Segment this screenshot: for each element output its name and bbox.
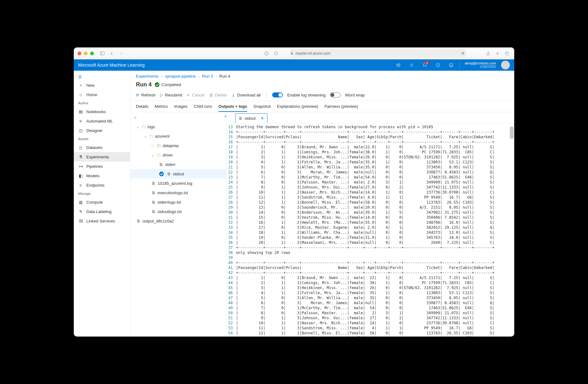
- tree-file-azureml-log[interactable]: 🗎10185_azureml.log: [130, 178, 226, 188]
- sidebar-toggle-icon[interactable]: [99, 50, 106, 57]
- crumb-run3[interactable]: Run 3: [202, 74, 213, 79]
- tab-details[interactable]: Details: [136, 104, 148, 112]
- close-tab-icon[interactable]: ✕: [261, 116, 264, 121]
- log-line: | 7| 0| 1|McCarthy, Mr. Tim...| male| 54…: [236, 305, 511, 310]
- log-line: +-----------+--------+------+-----------…: [236, 260, 511, 265]
- notifications-icon[interactable]: 3: [420, 60, 430, 70]
- shield-icon[interactable]: [272, 50, 279, 57]
- word-wrap-toggle[interactable]: [330, 92, 341, 97]
- line-number: 53: [228, 326, 233, 331]
- search-icon[interactable]: ⌕: [130, 112, 226, 122]
- log-line: | 10| 1| 2|Nasser, Mrs. Nich...|female| …: [236, 321, 511, 326]
- tree-file-output[interactable]: 🗎output_d8c1c0a2: [130, 216, 226, 226]
- svg-point-2: [265, 52, 268, 55]
- hamburger-icon[interactable]: ☰: [74, 73, 130, 80]
- tab-child-runs[interactable]: Child runs: [194, 104, 212, 112]
- log-line: | 8| 0| 3|Palsson, Master. ...| male| 2|…: [236, 310, 511, 315]
- cancel-icon: ✕: [186, 93, 190, 97]
- tabs-icon[interactable]: [504, 50, 510, 57]
- log-content[interactable]: Starting the daemon thread to refresh to…: [236, 123, 514, 337]
- sidebar-item-new[interactable]: ＋New: [74, 80, 130, 90]
- line-number: 17: [228, 145, 233, 150]
- page-title: Run 4: [136, 81, 152, 88]
- log-line: | 18| 1| 2|Williams, Mr. Cha...| male|nu…: [236, 230, 511, 235]
- sidebar-item-endpoints[interactable]: ⌾Endpoints: [74, 180, 130, 190]
- tree-folder-dataprep[interactable]: ›🗀dataprep: [130, 141, 226, 150]
- tree-file-stdoutlogs[interactable]: 🗎stdoutlogs.txt: [130, 207, 226, 216]
- feedback-icon[interactable]: [446, 60, 456, 70]
- lock-icon: [290, 52, 294, 55]
- address-bar[interactable]: master.ml.azure.com ⟳: [290, 49, 466, 58]
- tree-file-stderrlogs[interactable]: 🗎stderrlogs.txt: [130, 197, 226, 207]
- sidebar-item-home[interactable]: ⌂Home: [74, 90, 130, 99]
- tab-fairness-preview-[interactable]: Fairness (preview): [325, 104, 358, 112]
- svg-text:?: ?: [437, 64, 439, 67]
- tab-metrics[interactable]: Metrics: [155, 104, 168, 112]
- sidebar: ☰ ＋New ⌂Home Author ▤Notebooks ⚛Automate…: [74, 71, 130, 337]
- minimize-window-button[interactable]: [84, 52, 88, 55]
- sidebar-item-label: Models: [86, 173, 100, 178]
- file-icon: 🗎: [152, 209, 156, 214]
- scrollbar[interactable]: [510, 126, 514, 333]
- log-streaming-label: Enable log streaming: [287, 93, 326, 97]
- privacy-icon[interactable]: [263, 50, 270, 57]
- file-icon: 🗎: [152, 181, 156, 186]
- sidebar-item-experiments[interactable]: ⚗Experiments: [74, 152, 130, 162]
- log-streaming-toggle[interactable]: [272, 92, 283, 97]
- log-line: [236, 255, 511, 260]
- tab-explanations-preview-[interactable]: Explanations (preview): [277, 104, 318, 112]
- line-number: 43: [228, 275, 233, 280]
- sidebar-item-automated-ml[interactable]: ⚛Automated ML: [74, 116, 130, 126]
- account-email: aking@contoso.com: [465, 61, 496, 65]
- tree-folder-driver[interactable]: ⌄🗀driver: [130, 150, 226, 160]
- new-tab-icon[interactable]: [494, 50, 501, 57]
- resubmit-button[interactable]: ▷Resubmit: [160, 93, 182, 97]
- crumb-experiments[interactable]: Experiments: [136, 74, 159, 79]
- account-info[interactable]: aking@contoso.com CONTOSO: [465, 61, 496, 69]
- sidebar-item-label: Compute: [86, 200, 103, 205]
- close-window-button[interactable]: [78, 52, 81, 55]
- log-line: | 15| 0| 3|Vestrom, Miss. Hu...|female|1…: [236, 215, 511, 220]
- tab-images[interactable]: Images: [174, 104, 188, 112]
- line-number: 40: [228, 260, 233, 265]
- zoom-window-button[interactable]: [90, 52, 94, 55]
- avatar[interactable]: [501, 61, 510, 69]
- tab-outputs-logs[interactable]: Outputs + logs: [218, 104, 247, 112]
- log-line: | 13| 0| 3|Saundercock, Mr. ...| male|20…: [236, 205, 511, 210]
- scrollbar-thumb[interactable]: [510, 126, 514, 139]
- reader-icon[interactable]: ⟳: [461, 51, 465, 56]
- tree-label: logs: [148, 124, 155, 129]
- help-icon[interactable]: ?: [433, 60, 443, 70]
- file-tab-stdout[interactable]: 🗎 stdout ✕: [235, 113, 267, 123]
- tree-file-stdout[interactable]: 🗎stdout: [130, 169, 226, 178]
- sidebar-item-designer[interactable]: ◫Designer: [74, 126, 130, 135]
- sidebar-item-data-labeling[interactable]: ✎Data Labeling: [74, 207, 130, 216]
- svg-rect-3: [291, 53, 293, 54]
- history-icon[interactable]: [393, 60, 403, 70]
- line-number: 52: [228, 321, 233, 326]
- line-number: 50: [228, 310, 233, 315]
- tree-folder-azureml[interactable]: ⌄🗀azureml: [130, 131, 226, 141]
- sidebar-item-linked-services[interactable]: ⛓Linked Services: [74, 216, 130, 226]
- log-line: | 1| 0| 3|Braund, Mr. Owen ...| male| 22…: [236, 275, 511, 280]
- refresh-button[interactable]: ⟳Refresh: [136, 93, 156, 97]
- line-number: 49: [228, 305, 233, 310]
- tree-file-stderr[interactable]: 🗎stderr: [130, 160, 226, 169]
- collapse-pane-icon[interactable]: «: [224, 114, 230, 120]
- crumb-pipeline[interactable]: synapse-pipeline: [165, 74, 196, 79]
- sidebar-item-pipelines[interactable]: ⊶Pipelines: [74, 162, 130, 171]
- sidebar-item-datasets[interactable]: ⌸Datasets: [74, 143, 130, 152]
- sidebar-item-label: New: [86, 83, 94, 88]
- tab-snapshot[interactable]: Snapshot: [253, 104, 271, 112]
- share-icon[interactable]: [485, 50, 492, 57]
- download-all-button[interactable]: ⭳Download all: [231, 93, 261, 97]
- forward-button[interactable]: [118, 50, 125, 57]
- settings-icon[interactable]: [407, 60, 417, 70]
- back-button[interactable]: [108, 50, 115, 57]
- tree-file-executionlogs[interactable]: 🗎executionlogs.txt: [130, 188, 226, 197]
- tree-folder-logs[interactable]: ⌄🗀logs: [130, 122, 226, 131]
- folder-icon: 🗀: [149, 134, 153, 139]
- sidebar-item-compute[interactable]: ▥Compute: [74, 197, 130, 207]
- sidebar-item-models[interactable]: ◧Models: [74, 171, 130, 180]
- sidebar-item-notebooks[interactable]: ▤Notebooks: [74, 107, 130, 116]
